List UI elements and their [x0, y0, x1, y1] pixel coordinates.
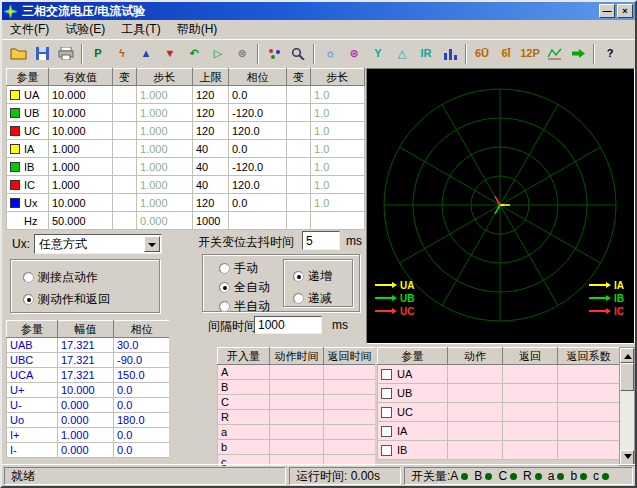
starburst-icon[interactable]: ☼	[318, 43, 342, 65]
param-name-cell[interactable]: IC	[7, 176, 49, 194]
param-name-cell[interactable]: UC	[7, 122, 49, 140]
vary-flag-cell[interactable]	[113, 140, 137, 158]
harmonics-icon[interactable]	[438, 43, 462, 65]
phase-step-cell[interactable]: 1.0	[311, 104, 365, 122]
debounce-input[interactable]	[302, 231, 340, 250]
print-icon[interactable]	[54, 43, 78, 65]
vary-flag-cell[interactable]	[113, 122, 137, 140]
ir-icon[interactable]: IR	[414, 43, 438, 65]
result-checkbox[interactable]	[381, 426, 392, 437]
phase-cell[interactable]: 120.0	[229, 122, 287, 140]
phase-step-cell[interactable]: 1.0	[311, 194, 365, 212]
step-cell[interactable]: 1.000	[137, 194, 193, 212]
step-cell[interactable]: 1.000	[137, 158, 193, 176]
limit-cell[interactable]: 120	[193, 86, 229, 104]
limit-cell[interactable]: 120	[193, 122, 229, 140]
protection-icon[interactable]: P	[86, 43, 110, 65]
result-checkbox[interactable]	[381, 445, 392, 456]
vary-flag-cell[interactable]	[287, 194, 311, 212]
vary-flag-cell[interactable]	[287, 122, 311, 140]
measure-option[interactable]: 测接点动作	[23, 269, 159, 286]
phase-step-cell[interactable]: 1.0	[311, 140, 365, 158]
reset-icon[interactable]: ↶	[182, 43, 206, 65]
limit-cell[interactable]: 40	[193, 176, 229, 194]
rms-cell[interactable]: 50.000	[49, 212, 113, 230]
result-checkbox[interactable]	[381, 388, 392, 399]
step-cell[interactable]: 0.000	[137, 212, 193, 230]
menu-file[interactable]: 文件(F)	[2, 20, 57, 39]
vary-flag-cell[interactable]	[113, 212, 137, 230]
step-up-icon[interactable]: ▲	[134, 43, 158, 65]
phase-cell[interactable]: 120.0	[229, 176, 287, 194]
interval-input[interactable]	[254, 316, 322, 334]
param-name-cell[interactable]: UA	[7, 86, 49, 104]
phase-cell[interactable]: -120.0	[229, 158, 287, 176]
title-bar[interactable]: 三相交流电压/电流试验 — ×	[2, 2, 635, 20]
param-name-cell[interactable]: IB	[7, 158, 49, 176]
phase-step-cell[interactable]: 1.0	[311, 158, 365, 176]
twelve-p-icon[interactable]: 12P	[518, 43, 542, 65]
close-button[interactable]: ×	[617, 4, 633, 18]
output-hold-icon[interactable]	[566, 43, 590, 65]
step-down-icon[interactable]: ▼	[158, 43, 182, 65]
limit-cell[interactable]: 120	[193, 104, 229, 122]
open-icon[interactable]	[6, 43, 30, 65]
chevron-down-icon[interactable]	[144, 236, 160, 252]
vary-flag-cell[interactable]	[287, 86, 311, 104]
curve-icon[interactable]	[542, 43, 566, 65]
step-cell[interactable]: 1.000	[137, 86, 193, 104]
menu-help[interactable]: 帮助(H)	[169, 20, 226, 39]
delta-connection-icon[interactable]: △	[390, 43, 414, 65]
six-i-icon[interactable]: 6Ī	[494, 43, 518, 65]
limit-cell[interactable]: 40	[193, 140, 229, 158]
save-icon[interactable]	[30, 43, 54, 65]
phase-cell[interactable]	[229, 212, 287, 230]
phase-cell[interactable]: -120.0	[229, 104, 287, 122]
rms-cell[interactable]: 10.000	[49, 122, 113, 140]
menu-test[interactable]: 试验(E)	[57, 20, 113, 39]
param-name-cell[interactable]: Hz	[7, 212, 49, 230]
limit-cell[interactable]: 1000	[193, 212, 229, 230]
phase-cell[interactable]: 0.0	[229, 140, 287, 158]
limit-cell[interactable]: 40	[193, 158, 229, 176]
scroll-down-icon[interactable]	[620, 450, 634, 465]
phase-step-cell[interactable]: 1.0	[311, 176, 365, 194]
limit-cell[interactable]: 120	[193, 194, 229, 212]
vary-flag-cell[interactable]	[113, 86, 137, 104]
vary-flag-cell[interactable]	[287, 140, 311, 158]
phase-cell[interactable]: 0.0	[229, 86, 287, 104]
vary-flag-cell[interactable]	[113, 194, 137, 212]
step-cell[interactable]: 1.000	[137, 140, 193, 158]
minimize-button[interactable]: —	[599, 4, 615, 18]
phase-step-cell[interactable]	[311, 212, 365, 230]
scrollbar[interactable]	[619, 347, 635, 466]
wye-connection-icon[interactable]: Y	[366, 43, 390, 65]
phase-cell[interactable]: 0.0	[229, 194, 287, 212]
step-cell[interactable]: 1.000	[137, 104, 193, 122]
param-name-cell[interactable]: UB	[7, 104, 49, 122]
scrollbar-track[interactable]	[620, 391, 634, 450]
scrollbar-thumb[interactable]	[620, 363, 634, 391]
rms-cell[interactable]: 10.000	[49, 104, 113, 122]
result-checkbox[interactable]	[381, 407, 392, 418]
step-cell[interactable]: 1.000	[137, 122, 193, 140]
vary-flag-cell[interactable]	[287, 176, 311, 194]
measure-option[interactable]: 测动作和返回	[23, 291, 159, 308]
switch-knife-icon[interactable]: ϟ	[110, 43, 134, 65]
menu-tools[interactable]: 工具(T)	[113, 20, 168, 39]
result-checkbox[interactable]	[381, 369, 392, 380]
start-icon[interactable]: ▷	[206, 43, 230, 65]
ux-mode-select[interactable]: 任意方式	[34, 234, 162, 254]
vary-flag-cell[interactable]	[287, 212, 311, 230]
direction-option[interactable]: 递增	[293, 268, 352, 285]
step-cell[interactable]: 1.000	[137, 176, 193, 194]
rms-cell[interactable]: 1.000	[49, 158, 113, 176]
vary-flag-cell[interactable]	[287, 104, 311, 122]
six-u-icon[interactable]: 6Ū	[470, 43, 494, 65]
rms-cell[interactable]: 1.000	[49, 176, 113, 194]
param-name-cell[interactable]: IA	[7, 140, 49, 158]
vary-flag-cell[interactable]	[113, 158, 137, 176]
vector-diagram-icon[interactable]: ⊛	[342, 43, 366, 65]
vary-flag-cell[interactable]	[113, 176, 137, 194]
scroll-up-icon[interactable]	[620, 348, 634, 363]
